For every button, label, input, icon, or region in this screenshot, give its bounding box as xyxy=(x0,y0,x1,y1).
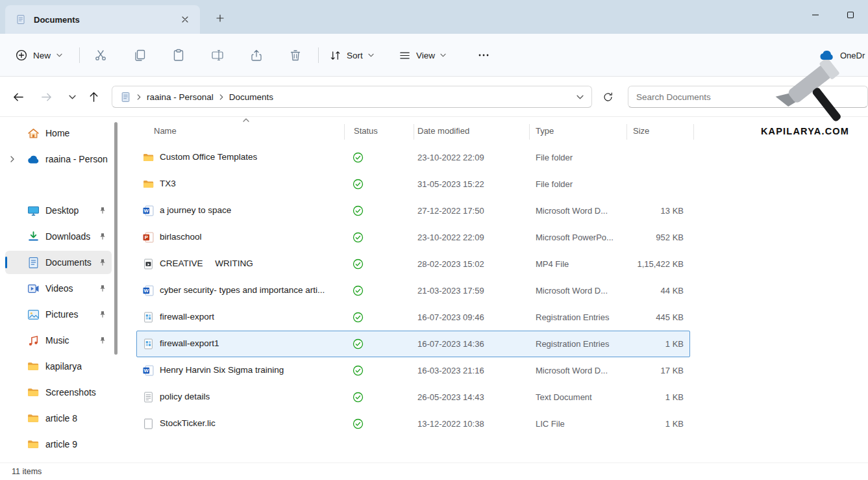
sidebar-item-videos[interactable]: Videos xyxy=(5,277,112,300)
share-button[interactable] xyxy=(249,47,264,63)
sidebar-item-desktop[interactable]: Desktop xyxy=(5,199,112,222)
search-input[interactable] xyxy=(636,92,860,102)
file-row[interactable]: TX3 31-05-2023 15:22 File folder xyxy=(136,171,690,197)
breadcrumb-onedrive[interactable]: raaina - Personal xyxy=(147,92,214,102)
file-size: 952 KB xyxy=(599,233,684,242)
address-dropdown-icon[interactable] xyxy=(577,95,584,99)
back-button[interactable] xyxy=(8,86,29,107)
documents-icon xyxy=(27,257,40,269)
text-document-icon xyxy=(143,392,154,403)
file-size: 44 KB xyxy=(599,286,684,296)
sidebar-item-home[interactable]: Home xyxy=(5,121,112,145)
sidebar-item-music[interactable]: Music xyxy=(5,329,112,352)
minimize-button[interactable] xyxy=(798,0,833,30)
sort-button[interactable]: Sort xyxy=(329,34,374,77)
pin-icon xyxy=(99,336,106,344)
column-divider[interactable] xyxy=(626,124,627,140)
file-row[interactable]: firewall-export 16-07-2023 09:46 Registr… xyxy=(136,304,690,331)
file-row[interactable]: a journey to space 27-12-2022 17:50 Micr… xyxy=(136,197,690,224)
column-header-size[interactable]: Size xyxy=(633,126,649,136)
column-header-status[interactable]: Status xyxy=(354,126,378,136)
column-header-type[interactable]: Type xyxy=(536,126,554,136)
new-button[interactable]: New xyxy=(13,34,65,77)
sidebar-item-screenshots[interactable]: Screenshots xyxy=(5,381,112,404)
sidebar-item-label: Music xyxy=(45,335,69,346)
sidebar-item-documents[interactable]: Documents xyxy=(5,251,112,274)
view-button[interactable]: View xyxy=(399,34,446,77)
forward-button[interactable] xyxy=(36,86,56,107)
copy-button[interactable] xyxy=(132,47,147,63)
more-options-button[interactable] xyxy=(476,47,491,63)
status-bar: 11 items xyxy=(0,462,868,480)
new-tab-button[interactable] xyxy=(210,9,230,27)
synced-status-icon xyxy=(353,285,364,296)
word-document-icon xyxy=(143,365,154,376)
file-size: 1 KB xyxy=(599,339,684,349)
breadcrumb-documents[interactable]: Documents xyxy=(229,92,273,102)
chevron-right-icon[interactable] xyxy=(10,156,14,162)
column-divider[interactable] xyxy=(344,124,345,140)
column-header-date[interactable]: Date modified xyxy=(417,126,469,136)
sidebar-item-label: Desktop xyxy=(45,205,79,216)
file-row[interactable]: Henry Harvin Six Sigma training 16-03-20… xyxy=(136,357,690,384)
tab-documents[interactable]: Documents xyxy=(5,5,200,34)
sidebar-item-label: article 8 xyxy=(45,413,77,423)
sidebar-item-pictures[interactable]: Pictures xyxy=(5,303,112,326)
search-box[interactable] xyxy=(628,86,868,108)
file-name: Custom Office Templates xyxy=(160,152,257,162)
folder-icon xyxy=(27,438,40,451)
onedrive-label: OneDr xyxy=(840,51,865,60)
delete-button[interactable] xyxy=(288,47,303,63)
sidebar-item-onedrive[interactable]: raaina - Personal xyxy=(5,147,112,171)
sidebar-item-article-8[interactable]: article 8 xyxy=(5,407,112,430)
sidebar-scrollbar[interactable] xyxy=(114,122,118,355)
address-bar[interactable]: raaina - Personal Documents xyxy=(112,86,592,108)
file-row[interactable]: cyber security- types and importance art… xyxy=(136,277,690,304)
file-row[interactable]: birlaschool 23-10-2022 22:09 Microsoft P… xyxy=(136,224,690,251)
onedrive-status[interactable]: OneDr xyxy=(819,34,865,77)
synced-status-icon xyxy=(353,152,364,163)
sidebar: Home raaina - Personal Desktop Downloads… xyxy=(0,117,127,462)
maximize-button[interactable] xyxy=(833,0,868,30)
paste-button[interactable] xyxy=(171,47,186,63)
file-type: Microsoft Word D... xyxy=(536,366,608,375)
up-button[interactable] xyxy=(83,86,104,107)
sidebar-item-downloads[interactable]: Downloads xyxy=(5,225,112,248)
file-date: 26-05-2023 14:43 xyxy=(417,392,484,402)
synced-status-icon xyxy=(353,312,364,323)
tab-close-icon[interactable] xyxy=(177,11,193,28)
file-date: 13-12-2022 10:38 xyxy=(417,419,484,429)
file-row-selected[interactable]: firewall-export1 16-07-2023 14:36 Regist… xyxy=(136,331,690,357)
command-bar: New Sort View OneDr xyxy=(0,34,868,77)
file-size: 1,15,422 KB xyxy=(599,259,684,269)
chevron-down-icon xyxy=(440,53,446,57)
file-row[interactable]: CREATIVE WRITING 28-02-2023 15:02 MP4 Fi… xyxy=(136,251,690,277)
sidebar-item-label: Pictures xyxy=(45,309,79,320)
file-name: CREATIVE WRITING xyxy=(160,259,253,268)
recent-locations-button[interactable] xyxy=(62,86,82,107)
refresh-button[interactable] xyxy=(597,86,618,107)
rename-button[interactable] xyxy=(210,47,225,63)
file-row[interactable]: policy details 26-05-2023 14:43 Text Doc… xyxy=(136,384,690,411)
folder-icon xyxy=(27,386,40,399)
cut-button[interactable] xyxy=(93,47,108,63)
chevron-down-icon xyxy=(368,53,374,57)
column-header-name[interactable]: Name xyxy=(154,126,177,136)
column-divider[interactable] xyxy=(529,124,530,140)
file-row[interactable]: StockTicker.lic 13-12-2022 10:38 LIC Fil… xyxy=(136,411,690,437)
generic-file-icon xyxy=(143,418,154,429)
file-name: firewall-export1 xyxy=(160,338,219,348)
pin-icon xyxy=(99,284,106,292)
column-divider[interactable] xyxy=(414,124,414,140)
file-row[interactable]: Custom Office Templates 23-10-2022 22:09… xyxy=(136,144,690,171)
file-type: File folder xyxy=(536,179,573,189)
file-size: 1 KB xyxy=(599,392,684,402)
sidebar-item-kapilarya[interactable]: kapilarya xyxy=(5,355,112,378)
new-button-label: New xyxy=(33,51,51,60)
powerpoint-icon xyxy=(143,232,154,243)
synced-status-icon xyxy=(353,232,364,243)
folder-icon xyxy=(27,412,40,425)
word-document-icon xyxy=(143,285,154,296)
sidebar-item-article-9[interactable]: article 9 xyxy=(5,433,112,456)
column-divider[interactable] xyxy=(693,124,694,140)
